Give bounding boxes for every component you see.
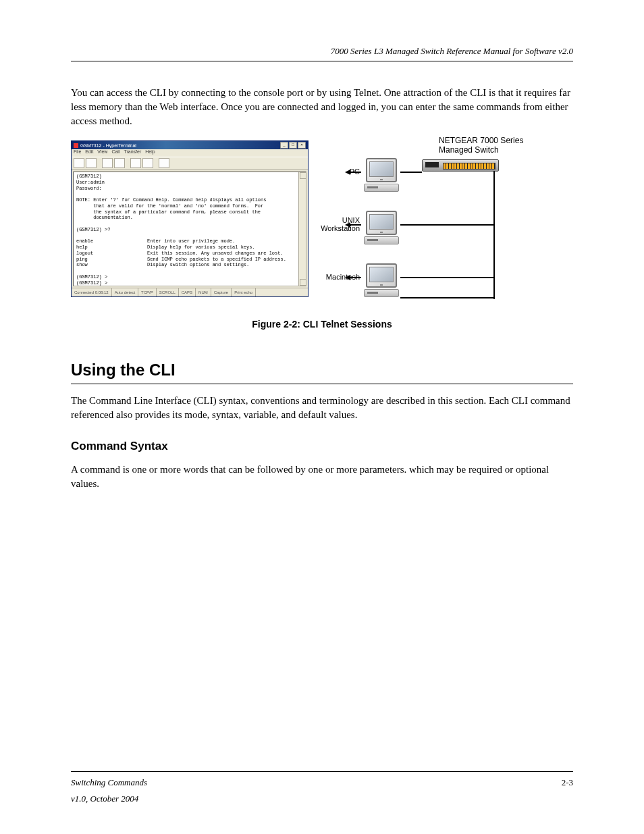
toolbar-open-icon[interactable] bbox=[86, 158, 97, 168]
computer-base-icon bbox=[364, 289, 399, 297]
terminal-text: (GSM7312) User:admin Password: NOTE: Ent… bbox=[74, 172, 306, 286]
node-mac: Macintosh bbox=[361, 263, 402, 297]
monitor-icon bbox=[366, 263, 397, 288]
section-heading: Using the CLI bbox=[71, 361, 573, 380]
maximize-button[interactable]: □ bbox=[289, 142, 297, 149]
monitor-icon bbox=[366, 158, 397, 182]
wire bbox=[400, 297, 495, 298]
wire bbox=[350, 224, 361, 226]
scrollbar[interactable] bbox=[298, 172, 306, 286]
node-unix: UNIX Workstation bbox=[361, 211, 402, 244]
status-capture: Capture bbox=[211, 288, 232, 296]
computer-base-icon bbox=[364, 236, 399, 244]
menu-view[interactable]: View bbox=[97, 149, 107, 157]
window-titlebar: GSM7312 - HyperTerminal _ □ × bbox=[72, 141, 308, 149]
running-header: 7000 Series L3 Managed Switch Reference … bbox=[71, 46, 573, 57]
menu-file[interactable]: File bbox=[74, 149, 81, 157]
window-statusbar: Connected 0:08:12 Auto detect TCP/P SCRO… bbox=[72, 288, 308, 296]
window-title: GSM7312 - HyperTerminal bbox=[80, 143, 280, 148]
status-printecho: Print echo bbox=[232, 288, 256, 296]
toolbar-send-icon[interactable] bbox=[130, 158, 141, 168]
toolbar-props-icon[interactable] bbox=[159, 158, 169, 168]
rule-section bbox=[71, 384, 573, 384]
section-paragraph-2: A command is one or more words that can … bbox=[71, 463, 573, 491]
wire bbox=[350, 172, 361, 173]
status-protocol: TCP/P bbox=[138, 288, 157, 296]
rule-top bbox=[71, 61, 573, 61]
hyperterminal-window: GSM7312 - HyperTerminal _ □ × File Edit … bbox=[71, 140, 308, 297]
terminal-area[interactable]: (GSM7312) User:admin Password: NOTE: Ent… bbox=[73, 172, 306, 286]
wire bbox=[350, 277, 361, 278]
arrow-icon bbox=[345, 275, 350, 280]
app-icon bbox=[74, 143, 78, 148]
switch-device-icon bbox=[422, 159, 499, 172]
status-num: NUM bbox=[196, 288, 211, 296]
status-connected: Connected 0:08:12 bbox=[72, 288, 112, 296]
menu-transfer[interactable]: Transfer bbox=[124, 149, 141, 157]
close-button[interactable]: × bbox=[298, 142, 306, 149]
wire bbox=[400, 172, 422, 173]
rule-bottom bbox=[71, 771, 573, 772]
computer-base-icon bbox=[364, 184, 399, 192]
menu-help[interactable]: Help bbox=[145, 149, 155, 157]
switch-label: NETGEAR 7000 Series Managed Switch bbox=[439, 136, 547, 155]
status-autodetect: Auto detect bbox=[112, 288, 138, 296]
minimize-button[interactable]: _ bbox=[280, 142, 288, 149]
page-footer: Switching Commands 2-3 bbox=[71, 771, 573, 788]
network-diagram: NETGEAR 7000 Series Managed Switch PC UN… bbox=[321, 140, 543, 303]
intro-paragraph: You can access the CLI by connecting to … bbox=[71, 86, 573, 128]
toolbar-call-icon[interactable] bbox=[102, 158, 113, 168]
toolbar-new-icon[interactable] bbox=[74, 158, 84, 168]
arrow-icon bbox=[345, 222, 350, 228]
wire bbox=[400, 224, 495, 226]
footer-page-number: 2-3 bbox=[562, 777, 573, 788]
section-paragraph-1: The Command Line Interface (CLI) syntax,… bbox=[71, 394, 573, 422]
status-caps: CAPS bbox=[179, 288, 196, 296]
toolbar-hangup-icon[interactable] bbox=[114, 158, 125, 168]
trunk-line bbox=[493, 171, 495, 299]
footer-version: v1.0, October 2004 bbox=[71, 793, 138, 804]
arrow-icon bbox=[345, 170, 350, 175]
menu-call[interactable]: Call bbox=[111, 149, 119, 157]
node-pc: PC bbox=[361, 158, 402, 192]
subsection-heading: Command Syntax bbox=[71, 440, 573, 453]
monitor-icon bbox=[366, 211, 397, 235]
menu-edit[interactable]: Edit bbox=[85, 149, 93, 157]
figure-2-2: GSM7312 - HyperTerminal _ □ × File Edit … bbox=[71, 140, 573, 303]
window-menubar: File Edit View Call Transfer Help bbox=[72, 149, 308, 157]
toolbar-recv-icon[interactable] bbox=[142, 158, 153, 168]
window-toolbar bbox=[72, 157, 308, 170]
status-scroll: SCROLL bbox=[157, 288, 179, 296]
wire bbox=[400, 277, 495, 278]
footer-left: Switching Commands bbox=[71, 777, 147, 788]
figure-caption: Figure 2-2: CLI Telnet Sessions bbox=[71, 319, 573, 330]
